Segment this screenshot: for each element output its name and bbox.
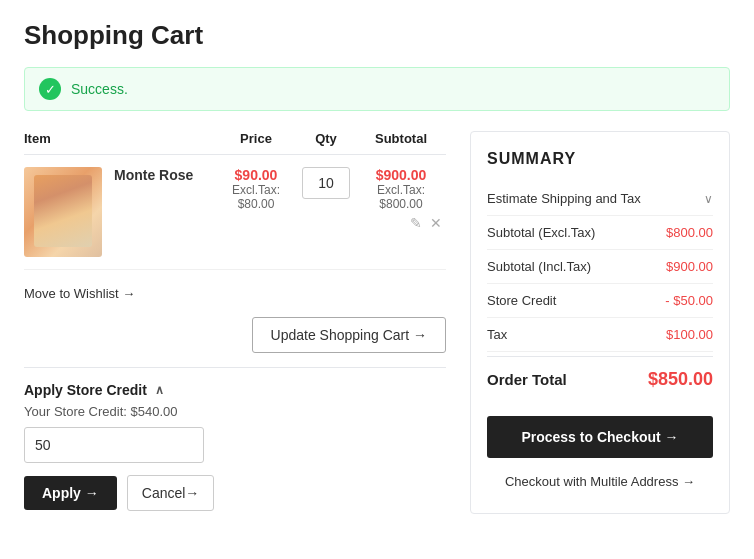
product-price: $90.00 [216, 167, 296, 183]
table-row: Monte Rose $90.00 Excl.Tax: $80.00 10 $9… [24, 167, 446, 270]
success-text: Success. [71, 81, 128, 97]
credit-amount-input[interactable]: 50 [24, 427, 204, 463]
multile-address-label: Checkout with Multile Address → [505, 474, 695, 489]
remove-icon[interactable]: ✕ [430, 215, 442, 231]
summary-row-subtotal-incl: Subtotal (Incl.Tax) $900.00 [487, 250, 713, 284]
shipping-chevron: ∨ [704, 192, 713, 206]
summary-title: SUMMARY [487, 150, 713, 168]
subtotal-incl-value: $900.00 [666, 259, 713, 274]
apply-credit-title: Apply Store Credit [24, 382, 147, 398]
store-credit-info: Your Store Credit: $540.00 [24, 404, 446, 419]
success-icon: ✓ [39, 78, 61, 100]
summary-section: SUMMARY Estimate Shipping and Tax ∨ Subt… [470, 131, 730, 514]
tax-label: Tax [487, 327, 507, 342]
store-credit-label: Store Credit [487, 293, 556, 308]
col-subtotal: Subtotal [356, 131, 446, 146]
edit-icon[interactable]: ✎ [410, 215, 422, 231]
store-credit-value: - $50.00 [665, 293, 713, 308]
summary-row-shipping[interactable]: Estimate Shipping and Tax ∨ [487, 182, 713, 216]
update-cart-label: Update Shopping Cart → [271, 327, 427, 343]
apply-button[interactable]: Apply → [24, 476, 117, 510]
product-subtotal: $900.00 [356, 167, 446, 183]
cart-item-actions: ✎ ✕ [356, 215, 446, 231]
page-title: Shopping Cart [24, 20, 730, 51]
product-subtotal-excl: Excl.Tax: $800.00 [356, 183, 446, 211]
order-total-row: Order Total $850.00 [487, 356, 713, 402]
subtotal-excl-label: Subtotal (Excl.Tax) [487, 225, 595, 240]
update-cart-button[interactable]: Update Shopping Cart → [252, 317, 446, 353]
collapse-icon[interactable]: ∧ [155, 383, 164, 397]
cancel-button[interactable]: Cancel→ [127, 475, 215, 511]
apply-button-label: Apply → [42, 485, 99, 501]
product-image [24, 167, 102, 257]
col-item: Item [24, 131, 216, 146]
subtotal-excl-value: $800.00 [666, 225, 713, 240]
product-name: Monte Rose [114, 167, 193, 183]
col-price: Price [216, 131, 296, 146]
apply-credit-header: Apply Store Credit ∧ [24, 382, 446, 398]
summary-row-subtotal-excl: Subtotal (Excl.Tax) $800.00 [487, 216, 713, 250]
process-checkout-label: Process to Checkout → [521, 429, 678, 445]
col-qty: Qty [296, 131, 356, 146]
summary-row-store-credit: Store Credit - $50.00 [487, 284, 713, 318]
tax-value: $100.00 [666, 327, 713, 342]
success-banner: ✓ Success. [24, 67, 730, 111]
process-checkout-button[interactable]: Process to Checkout → [487, 416, 713, 458]
apply-store-credit-section: Apply Store Credit ∧ Your Store Credit: … [24, 367, 446, 511]
cancel-button-label: Cancel→ [142, 485, 200, 501]
subtotal-incl-label: Subtotal (Incl.Tax) [487, 259, 591, 274]
shipping-label: Estimate Shipping and Tax [487, 191, 641, 206]
qty-input[interactable]: 10 [302, 167, 350, 199]
order-total-value: $850.00 [648, 369, 713, 390]
move-to-wishlist[interactable]: Move to Wishlist → [24, 286, 135, 301]
summary-row-tax: Tax $100.00 [487, 318, 713, 352]
multile-address-button[interactable]: Checkout with Multile Address → [487, 468, 713, 495]
product-price-excl: Excl.Tax: $80.00 [216, 183, 296, 211]
cart-table-header: Item Price Qty Subtotal [24, 131, 446, 155]
order-total-label: Order Total [487, 371, 567, 388]
